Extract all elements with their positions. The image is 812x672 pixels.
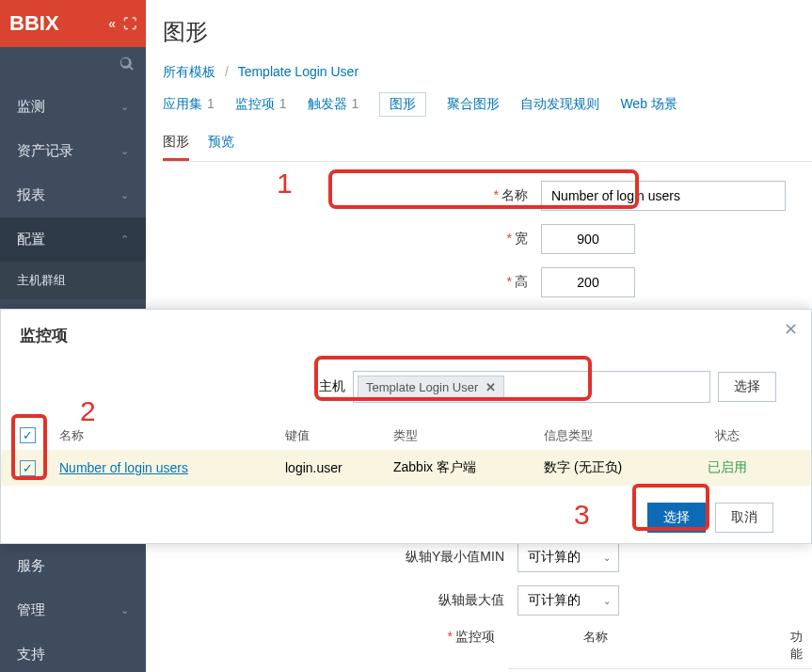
sidebar-item-support[interactable]: 支持 [0, 632, 146, 672]
ymax-label: 纵轴最大值 [146, 592, 517, 609]
modal-footer: 选择 取消 [1, 486, 811, 533]
tab-screens[interactable]: 聚合图形 [447, 96, 500, 113]
search-bar[interactable] [0, 47, 146, 85]
sidebar-subitem-hostgroups[interactable]: 主机群组 [0, 262, 146, 299]
sidebar-item-label: 支持 [17, 646, 45, 664]
col-type: 类型 [393, 427, 544, 444]
items-column-headers: 名称 功能 [508, 629, 812, 663]
chevron-up-icon: ⌃ [120, 233, 129, 246]
width-label: 宽 [515, 231, 528, 246]
sidebar-lower: 服务 管理 ⌄ 支持 [0, 544, 146, 672]
name-input[interactable] [541, 181, 786, 211]
page-title: 图形 [163, 17, 812, 47]
sidebar-item-inventory[interactable]: 资产记录 ⌄ [0, 129, 146, 173]
form-row-ymax: 纵轴最大值 可计算的⌄ [146, 585, 812, 616]
form-row-width: *宽 [163, 224, 812, 254]
collapse-icon[interactable]: « [108, 16, 116, 31]
select-button[interactable]: 选择 [647, 503, 706, 533]
col-status: 状态 [690, 427, 765, 444]
chevron-down-icon: ⌄ [120, 101, 129, 113]
name-label: 名称 [502, 187, 528, 202]
form-row-ymin: 纵轴Y最小值MIN 可计算的⌄ [146, 542, 812, 572]
sidebar-item-label: 报表 [17, 186, 45, 204]
sidebar-item-label: 管理 [17, 601, 45, 619]
height-input[interactable] [541, 267, 635, 297]
breadcrumb-all-templates[interactable]: 所有模板 [163, 64, 215, 79]
host-select-button[interactable]: 选择 [718, 372, 776, 402]
search-icon[interactable] [119, 56, 135, 76]
tab-items[interactable]: 监控项1 [235, 96, 287, 113]
breadcrumb-current[interactable]: Template Login User [238, 64, 358, 79]
cancel-button[interactable]: 取消 [715, 503, 773, 533]
sidebar-item-administration[interactable]: 管理 ⌄ [0, 588, 146, 632]
items-modal: ✕ 监控项 主机 Template Login User ✕ 选择 ✓ 名称 键… [0, 309, 812, 544]
subtabs: 图形 预览 [163, 134, 812, 161]
breadcrumb-separator: / [225, 64, 229, 79]
host-filter-row: 主机 Template Login User ✕ 选择 [1, 371, 811, 403]
form-row-items: *监控项 名称 功能 添加 [146, 629, 812, 672]
logo-controls: « ⛶ [108, 16, 136, 31]
table-row[interactable]: ✓ Number of login users login.user Zabbi… [1, 450, 811, 486]
sidebar-item-reports[interactable]: 报表 ⌄ [0, 173, 146, 217]
width-input[interactable] [541, 224, 635, 254]
sidebar-item-services[interactable]: 服务 [0, 544, 146, 588]
subtab-graph[interactable]: 图形 [163, 134, 189, 161]
col-name[interactable]: 名称 [59, 427, 285, 444]
form-row-height: *高 [163, 267, 812, 297]
tab-web[interactable]: Web 场景 [620, 96, 677, 113]
remove-chip-icon[interactable]: ✕ [486, 380, 496, 394]
chevron-down-icon: ⌄ [120, 189, 129, 201]
ymin-select[interactable]: 可计算的⌄ [517, 542, 619, 572]
sidebar-item-monitoring[interactable]: 监测 ⌄ [0, 85, 146, 129]
tab-graphs[interactable]: 图形 [379, 92, 426, 117]
fullscreen-icon[interactable]: ⛶ [123, 16, 136, 31]
item-type: Zabbix 客户端 [393, 459, 544, 476]
subtab-preview[interactable]: 预览 [208, 134, 234, 161]
sidebar-item-label: 服务 [17, 557, 45, 575]
sidebar-item-label: 资产记录 [17, 142, 73, 160]
logo-text: BBIX [9, 11, 59, 36]
host-label: 主机 [319, 378, 345, 395]
ymin-label: 纵轴Y最小值MIN [146, 549, 517, 566]
item-info: 数字 (无正负) [544, 459, 690, 476]
col-info: 信息类型 [544, 427, 690, 444]
tabs-row: 应用集1 监控项1 触发器1 图形 聚合图形 自动发现规则 Web 场景 [163, 92, 812, 117]
sidebar-item-configuration[interactable]: 配置 ⌃ [0, 217, 146, 262]
height-label: 高 [515, 274, 528, 289]
col-func-header: 功能 [790, 629, 812, 663]
close-icon[interactable]: ✕ [784, 319, 798, 340]
host-input[interactable]: Template Login User ✕ [353, 371, 710, 403]
tab-applications[interactable]: 应用集1 [163, 96, 215, 113]
form-lower: 纵轴Y最小值MIN 可计算的⌄ 纵轴最大值 可计算的⌄ *监控项 名称 功能 添… [146, 542, 812, 672]
tab-discovery[interactable]: 自动发现规则 [520, 96, 599, 113]
chevron-down-icon: ⌄ [603, 596, 611, 606]
logo-bar: BBIX « ⛶ [0, 0, 146, 47]
items-table: ✓ 名称 键值 类型 信息类型 状态 ✓ Number of login use… [1, 422, 811, 486]
col-name-header: 名称 [583, 629, 790, 663]
host-chip-label: Template Login User [366, 380, 478, 394]
chevron-down-icon: ⌄ [120, 145, 129, 157]
table-header: ✓ 名称 键值 类型 信息类型 状态 [1, 422, 811, 450]
modal-title: 监控项 [1, 310, 811, 361]
items-label: 监控项 [455, 629, 495, 644]
tab-triggers[interactable]: 触发器1 [308, 96, 359, 113]
chevron-down-icon: ⌄ [603, 552, 611, 563]
row-checkbox[interactable]: ✓ [20, 460, 36, 476]
ymax-select[interactable]: 可计算的⌄ [517, 585, 619, 616]
col-key: 键值 [285, 427, 393, 444]
sidebar-item-label: 监测 [17, 98, 45, 116]
form-row-name: *名称 [163, 181, 812, 211]
item-status: 已启用 [690, 459, 765, 476]
item-name-link[interactable]: Number of login users [59, 460, 188, 475]
item-key: login.user [285, 460, 393, 475]
chevron-down-icon: ⌄ [120, 604, 129, 616]
sidebar-item-label: 配置 [17, 231, 45, 248]
breadcrumb: 所有模板 / Template Login User [163, 64, 812, 81]
host-chip: Template Login User ✕ [358, 376, 504, 398]
divider [163, 161, 812, 162]
select-all-checkbox[interactable]: ✓ [20, 427, 36, 443]
